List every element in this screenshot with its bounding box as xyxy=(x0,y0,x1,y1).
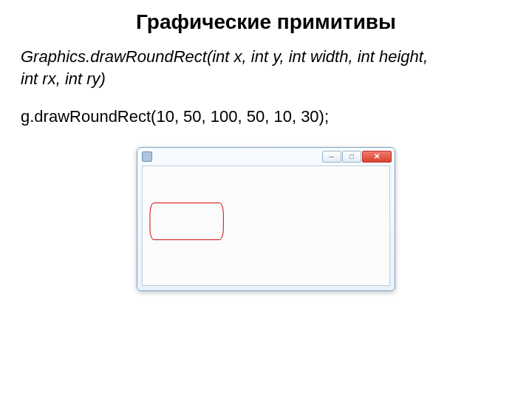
drawing-canvas xyxy=(143,166,389,285)
window-client-area xyxy=(142,166,390,286)
minimize-button[interactable]: ─ xyxy=(322,151,341,163)
titlebar-left xyxy=(142,151,155,162)
window-titlebar: ─ □ ✕ xyxy=(137,148,395,166)
code-example: g.drawRoundRect(10, 50, 100, 50, 10, 30)… xyxy=(21,106,511,128)
window-control-buttons: ─ □ ✕ xyxy=(322,151,392,163)
round-rect-shape xyxy=(150,203,223,240)
app-window: ─ □ ✕ xyxy=(137,147,395,291)
slide-content: Graphics.drawRoundRect(int x, int y, int… xyxy=(0,46,532,291)
java-app-icon xyxy=(142,151,152,162)
signature-line-1: Graphics.drawRoundRect(int x, int y, int… xyxy=(21,47,428,66)
method-signature: Graphics.drawRoundRect(int x, int y, int… xyxy=(21,46,511,89)
demo-window-container: ─ □ ✕ xyxy=(137,147,395,291)
maximize-button[interactable]: □ xyxy=(342,151,361,163)
slide-title: Графические примитивы xyxy=(0,0,532,41)
close-button[interactable]: ✕ xyxy=(362,151,392,163)
signature-line-2: int rx, int ry) xyxy=(21,69,106,88)
